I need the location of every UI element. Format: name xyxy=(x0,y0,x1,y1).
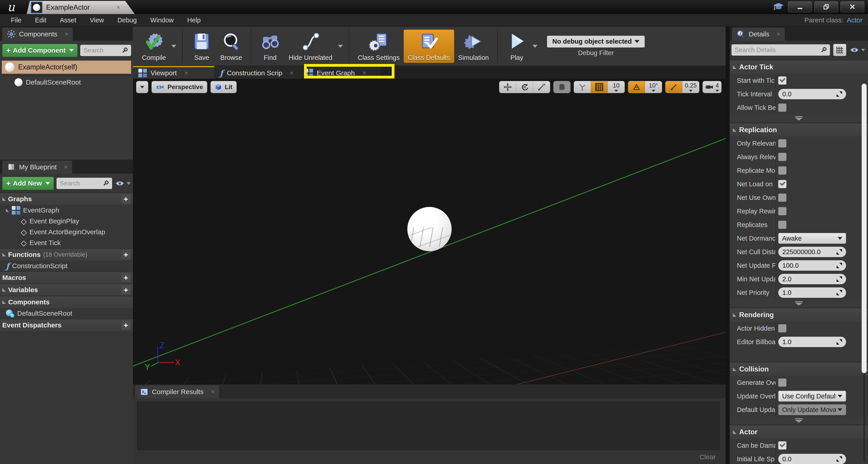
add-variables-button[interactable]: + xyxy=(121,285,131,295)
checkbox-unchecked[interactable] xyxy=(778,166,786,175)
checkbox-unchecked[interactable] xyxy=(778,378,786,387)
checkbox-unchecked[interactable] xyxy=(778,139,786,148)
my-blueprint-search-input[interactable] xyxy=(59,180,101,187)
number-input[interactable]: 0.0 xyxy=(778,454,846,464)
components-search-input[interactable] xyxy=(83,47,120,54)
snap-axes-button[interactable] xyxy=(574,81,591,93)
chevron-down-icon[interactable] xyxy=(532,45,537,48)
add-graphs-button[interactable]: + xyxy=(121,194,131,204)
menu-help[interactable]: Help xyxy=(180,14,208,26)
minimize-button[interactable] xyxy=(788,1,812,12)
sphere-actor[interactable] xyxy=(407,207,452,251)
close-tab-icon[interactable]: × xyxy=(777,31,780,38)
component-root-item[interactable]: ExampleActor(self) xyxy=(2,61,131,74)
add-macros-button[interactable]: + xyxy=(121,273,131,282)
details-section-header[interactable]: Actor Tick xyxy=(730,61,868,74)
camera-speed-button[interactable]: 4 xyxy=(703,81,721,93)
checkbox-unchecked[interactable] xyxy=(778,221,786,229)
viewport-options-button[interactable] xyxy=(136,81,148,93)
tab-construction-scrip[interactable]: ƒConstruction Scrip× xyxy=(214,66,299,79)
tab-viewport[interactable]: Viewport× xyxy=(133,66,214,79)
close-tab-icon[interactable]: × xyxy=(290,69,293,76)
dropdown[interactable]: Awake xyxy=(778,233,846,244)
tree-item-event-beginplay[interactable]: ◇Event BeginPlay xyxy=(0,216,133,226)
save-button[interactable]: Save xyxy=(187,30,216,63)
chevron-down-icon[interactable] xyxy=(171,45,176,48)
rotation-snap-toggle[interactable] xyxy=(628,81,645,93)
close-tab-icon[interactable]: × xyxy=(64,163,68,171)
close-tab-icon[interactable]: × xyxy=(117,4,120,11)
grid-snap-value[interactable]: 10 xyxy=(608,81,625,93)
checkbox-checked[interactable] xyxy=(778,180,786,188)
panel-divider[interactable] xyxy=(725,27,730,464)
menu-edit[interactable]: Edit xyxy=(28,14,53,26)
browse-button[interactable]: Browse xyxy=(216,30,246,63)
expand-advanced-button[interactable] xyxy=(730,299,868,307)
checkbox-unchecked[interactable] xyxy=(778,153,786,161)
details-view-options[interactable] xyxy=(849,47,865,53)
tree-item-eventgraph[interactable]: EventGraph xyxy=(0,205,133,216)
close-tab-icon[interactable]: × xyxy=(211,388,214,396)
blueprint-section-macros[interactable]: Macros+ xyxy=(0,271,133,284)
compile-button[interactable]: Compile xyxy=(138,30,170,63)
checkbox-unchecked[interactable] xyxy=(778,207,786,215)
tree-item-event-tick[interactable]: ◇Event Tick xyxy=(0,238,133,248)
blueprint-section-functions[interactable]: Functions(18 Overridable)+ xyxy=(0,248,133,260)
restore-button[interactable] xyxy=(814,1,838,12)
dropdown[interactable]: Use Config Default xyxy=(778,391,846,402)
number-input[interactable]: 225000000.0 xyxy=(778,247,846,257)
tree-item-defaultsceneroot[interactable]: DefaultSceneRoot xyxy=(0,308,133,319)
menu-view[interactable]: View xyxy=(83,14,111,26)
dropdown[interactable]: Only Update Movabl xyxy=(778,404,846,415)
close-tab-icon[interactable]: × xyxy=(65,31,68,38)
scale-snap-toggle[interactable] xyxy=(665,81,682,93)
tab-compiler-results[interactable]: Compiler Results × xyxy=(135,385,219,398)
number-input[interactable]: 1.0 xyxy=(778,337,846,347)
blueprint-section-components[interactable]: Components xyxy=(0,296,133,308)
visibility-filter[interactable] xyxy=(115,180,131,187)
parent-class-link[interactable]: Actor xyxy=(847,16,863,24)
lit-button[interactable]: Lit xyxy=(211,81,237,93)
checkbox-checked[interactable] xyxy=(778,441,786,450)
details-section-header[interactable]: Replication xyxy=(730,123,868,136)
rotate-tool-button[interactable] xyxy=(516,81,533,93)
tree-item-event-actorbeginoverlap[interactable]: ◇Event ActorBeginOverlap xyxy=(0,226,133,238)
tab-my-blueprint[interactable]: My Blueprint × xyxy=(2,160,72,174)
translate-tool-button[interactable] xyxy=(499,81,516,93)
checkbox-unchecked[interactable] xyxy=(778,103,786,112)
grid-snap-toggle[interactable] xyxy=(591,81,608,93)
play-button[interactable]: Play xyxy=(502,30,531,63)
checkbox-unchecked[interactable] xyxy=(778,193,786,202)
expand-advanced-button[interactable] xyxy=(730,115,868,122)
close-tab-icon[interactable]: × xyxy=(184,69,188,76)
clear-button[interactable]: Clear xyxy=(700,453,716,461)
menu-asset[interactable]: Asset xyxy=(53,14,83,26)
add-component-button[interactable]: + Add Component xyxy=(2,44,78,57)
tab-details[interactable]: i Details × xyxy=(732,28,785,41)
number-input[interactable]: 2.0 xyxy=(778,274,846,284)
checkbox-checked[interactable] xyxy=(778,76,786,85)
add-functions-button[interactable]: + xyxy=(121,250,131,259)
rotation-snap-value[interactable]: 10° xyxy=(645,81,662,93)
hide-unrelated-button[interactable]: Hide Unrelated xyxy=(285,30,336,63)
scale-snap-value[interactable]: 0.25 xyxy=(682,81,699,93)
details-section-header[interactable]: Actor xyxy=(730,426,868,439)
class-settings-button[interactable]: Class Settings xyxy=(354,30,404,63)
component-child-item[interactable]: DefaultSceneRoot xyxy=(0,76,133,89)
tree-item-constructionscript[interactable]: ƒConstructionScript xyxy=(0,260,133,271)
number-input[interactable]: 100.0 xyxy=(778,260,846,271)
blueprint-section-graphs[interactable]: Graphs+ xyxy=(0,193,133,205)
expand-advanced-button[interactable] xyxy=(730,416,868,424)
scale-tool-button[interactable] xyxy=(533,81,550,93)
surface-snap-button[interactable] xyxy=(554,81,570,93)
perspective-button[interactable]: Perspective xyxy=(151,81,207,93)
asset-window-tab[interactable]: ExampleActor × xyxy=(27,1,135,14)
menu-window[interactable]: Window xyxy=(144,14,180,26)
blueprint-section-event-dispatchers[interactable]: Event Dispatchers+ xyxy=(0,319,133,331)
viewport[interactable]: Z X Y Perspective Lit xyxy=(133,79,725,384)
menu-debug[interactable]: Debug xyxy=(111,14,144,26)
close-button[interactable] xyxy=(840,1,864,12)
menu-file[interactable]: File xyxy=(4,14,28,26)
number-input[interactable]: 1.0 xyxy=(778,287,846,298)
details-section-header[interactable]: Rendering xyxy=(730,308,868,321)
